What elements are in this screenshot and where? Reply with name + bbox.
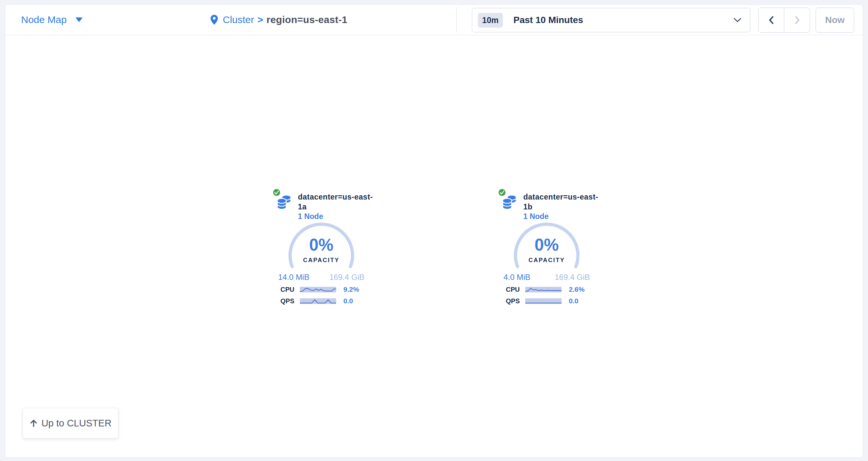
qps-stat-row: QPS 0.0 bbox=[280, 297, 362, 305]
caret-down-icon bbox=[75, 18, 83, 22]
time-window-badge: 10m bbox=[478, 13, 503, 28]
time-window-label: Past 10 Minutes bbox=[514, 15, 583, 25]
now-button[interactable]: Now bbox=[816, 7, 854, 33]
status-ok-check-icon bbox=[498, 188, 506, 197]
cpu-label: CPU bbox=[506, 286, 521, 293]
breadcrumb-current: region=us-east-1 bbox=[267, 14, 348, 25]
capacity-values: 4.0 MiB 169.4 GiB bbox=[503, 273, 590, 282]
breadcrumb-cluster-link[interactable]: Cluster bbox=[223, 14, 254, 25]
capacity-gauge: 0% CAPACITY bbox=[512, 223, 582, 271]
toolbar: Node Map Cluster > region=us-east-1 10m … bbox=[5, 5, 863, 35]
cpu-value: 2.6% bbox=[569, 286, 585, 293]
cpu-sparkline bbox=[300, 287, 336, 292]
view-selector-dropdown[interactable]: Node Map bbox=[21, 14, 83, 25]
qps-value: 0.0 bbox=[569, 297, 578, 305]
breadcrumb-separator: > bbox=[257, 14, 263, 25]
time-forward-button[interactable] bbox=[784, 8, 810, 32]
cpu-stat-row: CPU 9.2% bbox=[280, 286, 362, 293]
map-area: datacenter=us-east-1a 1 Node 0% CAPACITY… bbox=[5, 35, 863, 458]
node-map-screen: Node Map Cluster > region=us-east-1 10m … bbox=[0, 0, 868, 461]
app-card: Node Map Cluster > region=us-east-1 10m … bbox=[5, 4, 863, 458]
cpu-stat-row: CPU 2.6% bbox=[506, 286, 588, 293]
qps-sparkline bbox=[300, 298, 336, 304]
locality-titles: datacenter=us-east-1a 1 Node bbox=[298, 188, 378, 221]
status-ok-check-icon bbox=[272, 188, 281, 197]
capacity-total: 169.4 GiB bbox=[555, 273, 590, 282]
capacity-used: 4.0 MiB bbox=[503, 273, 530, 282]
capacity-percent: 0% bbox=[512, 236, 582, 254]
qps-label: QPS bbox=[280, 297, 296, 305]
locality-card-us-east-1a[interactable]: datacenter=us-east-1a 1 Node 0% CAPACITY… bbox=[264, 188, 378, 305]
locality-title: datacenter=us-east-1b bbox=[523, 192, 604, 212]
qps-stat-row: QPS 0.0 bbox=[506, 297, 588, 305]
locality-card-us-east-1b[interactable]: datacenter=us-east-1b 1 Node 0% CAPACITY… bbox=[490, 188, 604, 305]
capacity-used: 14.0 MiB bbox=[278, 273, 309, 282]
capacity-caption: CAPACITY bbox=[286, 257, 356, 264]
arrow-up-icon bbox=[30, 419, 37, 427]
capacity-caption: CAPACITY bbox=[512, 257, 582, 264]
cpu-sparkline bbox=[525, 287, 561, 292]
capacity-total: 169.4 GiB bbox=[329, 273, 365, 282]
chevron-left-icon bbox=[768, 15, 775, 25]
capacity-percent: 0% bbox=[286, 236, 356, 254]
time-pager bbox=[758, 7, 810, 33]
location-pin-icon bbox=[211, 15, 218, 25]
chevron-right-icon bbox=[794, 15, 801, 25]
qps-label: QPS bbox=[506, 297, 521, 305]
qps-sparkline bbox=[525, 298, 561, 304]
cpu-value: 9.2% bbox=[343, 286, 359, 293]
locality-header: datacenter=us-east-1b 1 Node bbox=[498, 188, 604, 221]
breadcrumb: Cluster > region=us-east-1 bbox=[211, 14, 347, 25]
locality-node-count: 1 Node bbox=[298, 212, 378, 221]
cpu-label: CPU bbox=[280, 286, 296, 293]
time-window-selector[interactable]: 10m Past 10 Minutes bbox=[472, 8, 750, 32]
locality-header: datacenter=us-east-1a 1 Node bbox=[272, 188, 378, 221]
view-selector-label: Node Map bbox=[21, 14, 67, 25]
qps-value: 0.0 bbox=[343, 297, 353, 305]
capacity-gauge: 0% CAPACITY bbox=[286, 223, 356, 271]
up-to-cluster-label: Up to CLUSTER bbox=[41, 418, 112, 429]
locality-node-count: 1 Node bbox=[523, 212, 604, 221]
locality-titles: datacenter=us-east-1b 1 Node bbox=[523, 188, 604, 221]
time-back-button[interactable] bbox=[758, 8, 784, 32]
capacity-values: 14.0 MiB 169.4 GiB bbox=[278, 273, 365, 282]
locality-icons bbox=[498, 188, 519, 211]
chevron-down-icon bbox=[734, 18, 741, 22]
locality-icons bbox=[272, 188, 293, 211]
up-to-cluster-button[interactable]: Up to CLUSTER bbox=[23, 408, 118, 438]
locality-title: datacenter=us-east-1a bbox=[298, 192, 378, 212]
